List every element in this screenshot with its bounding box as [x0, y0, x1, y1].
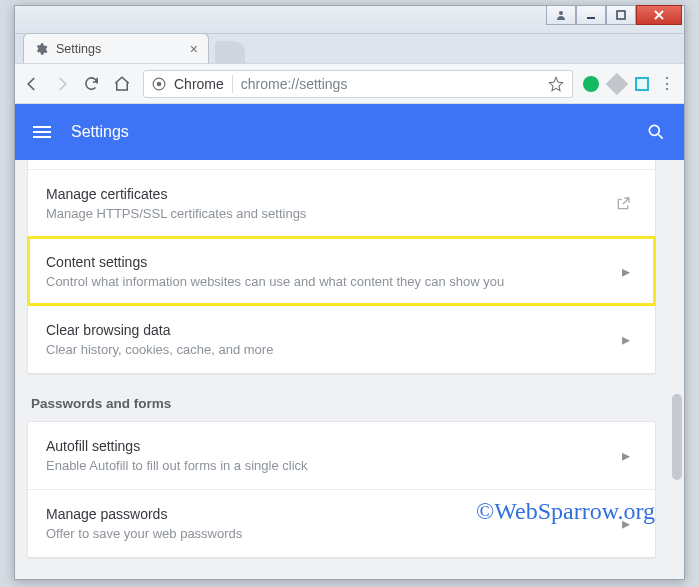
external-link-icon [615, 196, 637, 212]
row-subtitle: Offer to save your web passwords [46, 526, 615, 541]
row-title: Manage passwords [46, 506, 615, 522]
extension-teal-icon[interactable] [635, 77, 649, 91]
home-button[interactable] [113, 75, 133, 93]
back-button[interactable] [23, 75, 43, 93]
row-title: Autofill settings [46, 438, 615, 454]
extension-green-icon[interactable] [583, 76, 599, 92]
browser-window: Settings × Chrome chrome://settings [14, 5, 685, 580]
row-subtitle: Enable Autofill to fill out forms in a s… [46, 458, 615, 473]
menu-hamburger-icon[interactable] [33, 126, 51, 138]
address-bar[interactable]: Chrome chrome://settings [143, 70, 573, 98]
tab-strip: Settings × [15, 34, 684, 64]
row-subtitle: Clear history, cookies, cache, and more [46, 342, 615, 357]
tab-settings[interactable]: Settings × [23, 33, 209, 63]
svg-rect-2 [617, 11, 625, 19]
settings-content: Manage certificates Manage HTTPS/SSL cer… [15, 160, 668, 579]
svg-rect-1 [587, 17, 595, 19]
toolbar: Chrome chrome://settings ⋮ [15, 64, 684, 104]
row-manage-certificates[interactable]: Manage certificates Manage HTTPS/SSL cer… [28, 170, 655, 237]
url-origin: Chrome [174, 76, 224, 92]
svg-point-0 [559, 11, 563, 15]
row-subtitle: Control what information websites can us… [46, 274, 615, 289]
chrome-icon [152, 77, 166, 91]
passwords-card: Autofill settings Enable Autofill to fil… [27, 421, 656, 558]
privacy-card: Manage certificates Manage HTTPS/SSL cer… [27, 170, 656, 374]
scrollbar-thumb[interactable] [672, 394, 682, 480]
bookmark-star-icon[interactable] [548, 76, 564, 92]
chevron-right-icon: ▸ [615, 514, 637, 533]
window-buttons [546, 5, 682, 25]
row-autofill-settings[interactable]: Autofill settings Enable Autofill to fil… [28, 422, 655, 489]
chevron-right-icon: ▸ [615, 446, 637, 465]
close-button[interactable] [636, 5, 682, 25]
svg-point-5 [649, 125, 659, 135]
section-passwords-forms: Passwords and forms [27, 396, 656, 421]
search-icon[interactable] [646, 122, 666, 142]
user-button[interactable] [546, 5, 576, 25]
tab-close-icon[interactable]: × [190, 41, 198, 57]
settings-header: Settings [15, 104, 684, 160]
minimize-button[interactable] [576, 5, 606, 25]
extension-diamond-icon[interactable] [606, 72, 629, 95]
row-title: Content settings [46, 254, 615, 270]
reload-button[interactable] [83, 75, 103, 92]
maximize-button[interactable] [606, 5, 636, 25]
new-tab-button[interactable] [215, 41, 245, 63]
row-subtitle: Manage HTTPS/SSL certificates and settin… [46, 206, 615, 221]
scrollbar-track[interactable] [668, 160, 684, 579]
window-titlebar [15, 6, 684, 34]
svg-point-4 [157, 81, 162, 86]
row-manage-passwords[interactable]: Manage passwords Offer to save your web … [28, 489, 655, 557]
chevron-right-icon: ▸ [615, 262, 637, 281]
page-title: Settings [71, 123, 129, 141]
url-path: chrome://settings [241, 76, 540, 92]
row-content-settings[interactable]: Content settings Control what informatio… [28, 237, 655, 305]
row-title: Clear browsing data [46, 322, 615, 338]
forward-button [53, 75, 73, 93]
menu-icon[interactable]: ⋮ [659, 74, 676, 93]
content-area: Manage certificates Manage HTTPS/SSL cer… [15, 160, 684, 579]
tab-title: Settings [56, 42, 101, 56]
url-separator [232, 75, 233, 93]
row-clear-browsing-data[interactable]: Clear browsing data Clear history, cooki… [28, 305, 655, 373]
chevron-right-icon: ▸ [615, 330, 637, 349]
gear-icon [34, 42, 48, 56]
row-title: Manage certificates [46, 186, 615, 202]
